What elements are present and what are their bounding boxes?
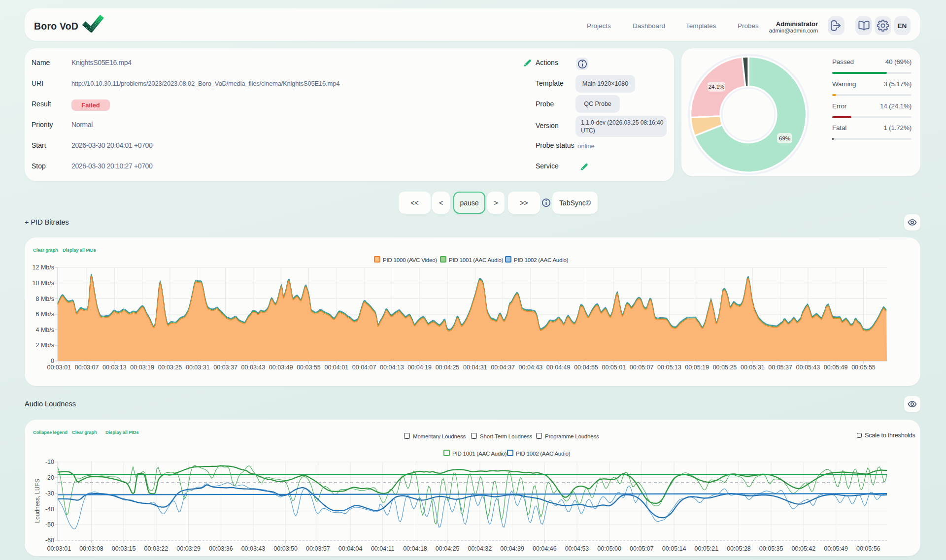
svg-text:4 Mb/s: 4 Mb/s [35,327,54,333]
svg-text:00:04:13: 00:04:13 [380,364,404,371]
svg-text:00:05:35: 00:05:35 [759,545,783,552]
svg-text:00:04:39: 00:04:39 [500,545,524,552]
svg-text:00:04:19: 00:04:19 [407,364,432,371]
svg-text:00:03:49: 00:03:49 [269,364,293,371]
svg-text:00:05:13: 00:05:13 [657,364,681,371]
svg-text:00:05:49: 00:05:49 [824,364,848,371]
svg-text:00:03:01: 00:03:01 [47,545,71,552]
svg-text:00:03:50: 00:03:50 [273,545,298,552]
svg-text:00:03:29: 00:03:29 [176,545,201,552]
svg-text:2 Mb/s: 2 Mb/s [35,342,54,349]
svg-text:00:05:42: 00:05:42 [792,545,816,552]
svg-text:00:04:11: 00:04:11 [371,545,395,552]
svg-text:12 Mb/s: 12 Mb/s [33,264,54,271]
svg-text:Loudness, LUFS: Loudness, LUFS [34,479,41,523]
svg-text:00:03:57: 00:03:57 [306,545,330,552]
svg-text:00:05:07: 00:05:07 [630,545,654,552]
svg-text:00:05:21: 00:05:21 [694,545,718,552]
svg-text:00:04:32: 00:04:32 [468,545,492,552]
svg-text:00:04:07: 00:04:07 [352,364,376,371]
svg-text:00:03:22: 00:03:22 [144,545,169,552]
svg-text:00:05:14: 00:05:14 [662,545,686,552]
svg-text:00:03:15: 00:03:15 [112,545,136,552]
svg-text:00:04:49: 00:04:49 [546,364,571,371]
svg-text:00:03:43: 00:03:43 [241,545,266,552]
svg-text:00:05:01: 00:05:01 [602,364,626,371]
svg-text:00:05:25: 00:05:25 [713,364,737,371]
svg-text:8 Mb/s: 8 Mb/s [35,296,54,302]
svg-text:00:04:25: 00:04:25 [436,545,460,552]
svg-text:00:05:19: 00:05:19 [685,364,709,371]
svg-text:00:03:08: 00:03:08 [79,545,103,552]
svg-text:-10: -10 [45,459,54,465]
svg-text:00:03:55: 00:03:55 [297,364,321,371]
svg-text:00:05:55: 00:05:55 [851,364,876,371]
svg-text:00:05:56: 00:05:56 [856,545,880,552]
svg-text:6 Mb/s: 6 Mb/s [35,311,54,318]
svg-text:00:03:37: 00:03:37 [213,364,237,371]
svg-text:69%: 69% [779,135,790,141]
svg-text:24.1%: 24.1% [709,84,725,90]
svg-text:00:03:31: 00:03:31 [186,364,210,371]
svg-text:00:04:37: 00:04:37 [491,364,515,371]
svg-text:0: 0 [51,358,54,364]
svg-text:-20: -20 [45,474,54,481]
svg-text:00:03:25: 00:03:25 [158,364,182,371]
svg-text:-60: -60 [45,537,54,544]
svg-text:00:04:43: 00:04:43 [519,364,543,371]
svg-text:00:03:07: 00:03:07 [75,364,99,371]
svg-text:00:04:25: 00:04:25 [436,364,460,371]
svg-text:10 Mb/s: 10 Mb/s [33,280,54,287]
svg-text:00:05:07: 00:05:07 [630,364,654,371]
svg-text:-50: -50 [45,521,54,528]
svg-text:00:04:18: 00:04:18 [403,545,427,552]
svg-text:00:05:49: 00:05:49 [824,545,848,552]
svg-text:00:04:04: 00:04:04 [338,545,363,552]
svg-text:00:04:01: 00:04:01 [324,364,348,371]
svg-text:00:03:01: 00:03:01 [47,364,71,371]
svg-text:00:03:13: 00:03:13 [102,364,127,371]
svg-text:00:04:46: 00:04:46 [533,545,557,552]
svg-text:00:05:31: 00:05:31 [741,364,765,371]
svg-text:00:04:31: 00:04:31 [463,364,487,371]
svg-text:00:04:53: 00:04:53 [565,545,589,552]
svg-text:00:04:55: 00:04:55 [574,364,598,371]
svg-text:00:03:36: 00:03:36 [209,545,233,552]
svg-text:00:05:00: 00:05:00 [597,545,621,552]
svg-text:00:05:43: 00:05:43 [796,364,820,371]
svg-text:00:05:28: 00:05:28 [727,545,751,552]
svg-text:00:05:37: 00:05:37 [768,364,792,371]
svg-text:-40: -40 [45,506,54,513]
svg-text:00:03:43: 00:03:43 [241,364,266,371]
svg-text:-30: -30 [45,490,54,497]
svg-text:00:03:19: 00:03:19 [130,364,154,371]
